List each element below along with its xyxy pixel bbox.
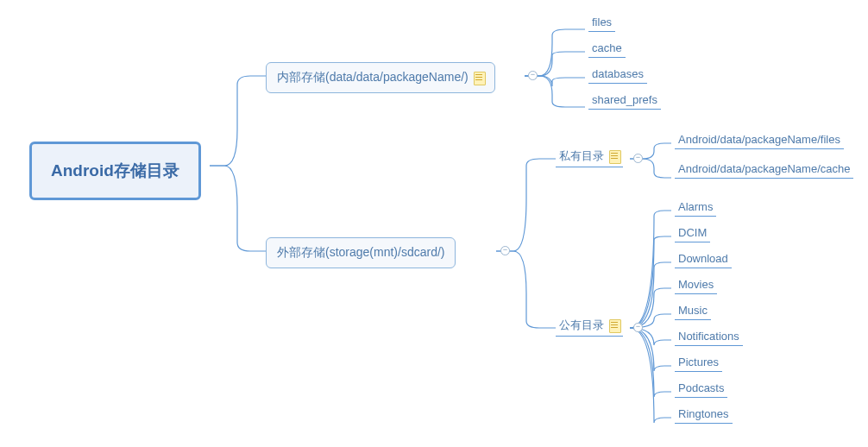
leaf-label: Podcasts <box>678 381 724 394</box>
leaf-alarms[interactable]: Alarms <box>675 200 716 217</box>
branch-internal-label: 内部存储(data/data/packageName/) <box>277 70 469 85</box>
leaf-notifications[interactable]: Notifications <box>675 330 743 346</box>
leaf-podcasts[interactable]: Podcasts <box>675 381 727 398</box>
note-icon[interactable] <box>609 150 620 162</box>
leaf-label: Download <box>678 252 728 265</box>
leaf-music[interactable]: Music <box>675 304 711 320</box>
leaf-label: Movies <box>678 278 714 291</box>
leaf-pictures[interactable]: Pictures <box>675 356 722 372</box>
leaf-label: Android/data/packageName/files <box>678 133 840 146</box>
branch-external-storage[interactable]: 外部存储(storage(mnt)/sdcard/) <box>266 237 456 268</box>
branch-external-label: 外部存储(storage(mnt)/sdcard/) <box>277 245 444 261</box>
root-label: Android存储目录 <box>51 160 179 182</box>
sub-public-label: 公有目录 <box>559 318 604 333</box>
leaf-cache[interactable]: cache <box>588 41 626 58</box>
collapse-toggle[interactable] <box>500 246 510 255</box>
leaf-label: Alarms <box>678 200 713 213</box>
note-icon[interactable] <box>609 319 620 331</box>
leaf-label: Pictures <box>678 356 719 368</box>
leaf-ringtones[interactable]: Ringtones <box>675 407 733 424</box>
leaf-label: Android/data/packageName/cache <box>678 162 850 175</box>
sub-public[interactable]: 公有目录 <box>556 318 623 337</box>
leaf-private-cache[interactable]: Android/data/packageName/cache <box>675 162 853 179</box>
leaf-movies[interactable]: Movies <box>675 278 717 294</box>
leaf-label: DCIM <box>678 226 707 239</box>
collapse-toggle[interactable] <box>633 323 643 332</box>
leaf-files[interactable]: files <box>588 16 615 32</box>
leaf-label: cache <box>592 41 622 54</box>
leaf-shared-prefs[interactable]: shared_prefs <box>588 93 661 110</box>
leaf-label: Notifications <box>678 330 739 343</box>
branch-internal-storage[interactable]: 内部存储(data/data/packageName/) <box>266 62 495 93</box>
leaf-label: shared_prefs <box>592 93 657 106</box>
leaf-label: files <box>592 16 612 28</box>
leaf-label: Music <box>678 304 708 317</box>
leaf-label: Ringtones <box>678 407 729 420</box>
collapse-toggle[interactable] <box>633 154 643 163</box>
leaf-label: databases <box>592 67 644 80</box>
root-node[interactable]: Android存储目录 <box>29 142 201 200</box>
note-icon[interactable] <box>474 72 484 84</box>
leaf-private-files[interactable]: Android/data/packageName/files <box>675 133 844 149</box>
sub-private-label: 私有目录 <box>559 148 604 164</box>
leaf-dcim[interactable]: DCIM <box>675 226 710 242</box>
sub-private[interactable]: 私有目录 <box>556 148 623 167</box>
leaf-databases[interactable]: databases <box>588 67 647 84</box>
leaf-download[interactable]: Download <box>675 252 732 268</box>
collapse-toggle[interactable] <box>528 71 538 80</box>
